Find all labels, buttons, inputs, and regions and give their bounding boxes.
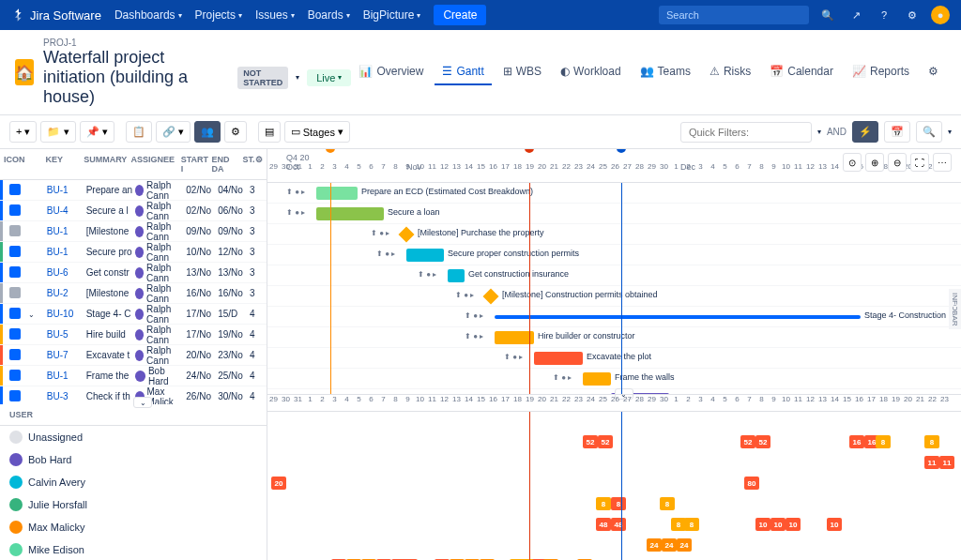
workload-cell[interactable]: 24 bbox=[662, 538, 677, 552]
view-wbs[interactable]: ⊞ WBS bbox=[496, 59, 549, 85]
product-logo[interactable]: Jira Software bbox=[11, 8, 101, 23]
global-search-input[interactable] bbox=[659, 6, 809, 24]
task-row[interactable]: BU-1 [Milestone Ralph Cann 09/No 09/No 3 bbox=[0, 221, 267, 242]
settings-icon[interactable]: ⚙ bbox=[903, 6, 922, 24]
task-row[interactable]: BU-6 Get constr Ralph Cann 13/No 13/No 3 bbox=[0, 263, 267, 283]
link-button[interactable]: 🔗 ▾ bbox=[156, 121, 191, 143]
search-small-button[interactable]: 🔍 bbox=[916, 121, 942, 143]
zoom-in-button[interactable]: ⊕ bbox=[865, 153, 884, 172]
nav-boards[interactable]: Boards ▾ bbox=[308, 8, 350, 22]
gantt-bar[interactable] bbox=[583, 372, 611, 386]
task-row[interactable]: BU-5 Hire build Ralph Cann 17/No 19/No 4 bbox=[0, 325, 267, 345]
user-row[interactable]: Mike Edison bbox=[0, 538, 267, 560]
gantt-bar[interactable] bbox=[534, 352, 583, 365]
create-button[interactable]: Create bbox=[434, 5, 486, 25]
nav-projects[interactable]: Projects ▾ bbox=[195, 8, 242, 22]
workload-cell[interactable]: 10 bbox=[755, 518, 770, 531]
layers-button[interactable]: ▤ bbox=[258, 121, 281, 143]
workload-cell[interactable]: 8 bbox=[924, 435, 939, 448]
user-row[interactable]: Julie Horsfall bbox=[0, 493, 267, 516]
task-row[interactable]: ⌄ BU-10 Stage 4- C Ralph Cann 17/No 15/D… bbox=[0, 304, 267, 325]
nav-bigpicture[interactable]: BigPicture ▾ bbox=[363, 8, 421, 22]
bar-label: Excavate the plot bbox=[587, 352, 651, 361]
nav-issues[interactable]: Issues ▾ bbox=[255, 8, 295, 22]
search-icon[interactable]: 🔍 bbox=[818, 6, 837, 24]
user-row[interactable]: Max Malicky bbox=[0, 516, 267, 538]
zoom-out-button[interactable]: ⊖ bbox=[888, 153, 907, 172]
notifications-icon[interactable]: ↗ bbox=[847, 6, 865, 24]
gantt-bar[interactable] bbox=[495, 315, 861, 319]
pin-button[interactable]: 📌 ▾ bbox=[80, 121, 114, 143]
workload-cell[interactable]: 52 bbox=[755, 435, 770, 448]
calendar-small-button[interactable]: 📅 bbox=[884, 121, 910, 143]
workload-cell[interactable]: 11 bbox=[924, 456, 939, 469]
gear-button[interactable]: ⚙ bbox=[224, 121, 247, 143]
stages-button[interactable]: ▭ Stages ▾ bbox=[284, 121, 350, 143]
view-teams[interactable]: 👥 Teams bbox=[633, 59, 698, 85]
user-row[interactable]: Unassigned bbox=[0, 426, 267, 448]
view-gantt[interactable]: ☰ Gantt bbox=[435, 59, 491, 85]
user-row[interactable]: Calvin Avery bbox=[0, 471, 267, 493]
task-row[interactable]: BU-7 Excavate t Ralph Cann 20/No 23/No 4 bbox=[0, 345, 267, 366]
workload-cell[interactable]: 52 bbox=[583, 435, 598, 448]
more-button[interactable]: ⋯ bbox=[933, 153, 952, 172]
help-icon[interactable]: ? bbox=[875, 6, 893, 24]
gantt-bar[interactable] bbox=[495, 331, 534, 344]
toolbar: + ▾ 📁 ▾ 📌 ▾ 📋 🔗 ▾ 👥 ⚙ ▤ ▭ Stages ▾ ▾ AND… bbox=[0, 115, 961, 149]
gantt-bar[interactable] bbox=[316, 187, 358, 200]
view-workload[interactable]: ◐ Workload bbox=[553, 59, 628, 85]
task-row[interactable]: BU-4 Secure a l Ralph Cann 02/No 06/No 3 bbox=[0, 201, 267, 221]
task-row[interactable]: BU-1 Frame the Bob Hard 24/No 25/No 4 bbox=[0, 366, 267, 386]
gantt-bar[interactable] bbox=[316, 207, 384, 220]
people-button[interactable]: 👥 bbox=[194, 121, 221, 143]
add-button[interactable]: + ▾ bbox=[9, 121, 37, 143]
workload-cell[interactable]: 8 bbox=[876, 435, 891, 448]
folder-button[interactable]: 📁 ▾ bbox=[40, 121, 75, 143]
workload-cell[interactable]: 52 bbox=[740, 435, 755, 448]
lightning-button[interactable]: ⚡ bbox=[852, 121, 878, 143]
more-dropdown-icon[interactable]: ▾ bbox=[948, 128, 952, 136]
task-row[interactable]: BU-1 Prepare an Ralph Cann 02/No 04/No 3 bbox=[0, 180, 267, 201]
milestone-diamond[interactable] bbox=[483, 289, 499, 305]
clipboard-button[interactable]: 📋 bbox=[126, 121, 152, 143]
filter-dropdown-icon[interactable]: ▾ bbox=[817, 128, 821, 136]
workload-cell[interactable]: 24 bbox=[677, 538, 692, 552]
workload-cell[interactable]: 10 bbox=[770, 518, 786, 531]
nav-dashboards[interactable]: Dashboards ▾ bbox=[114, 8, 182, 22]
task-row[interactable]: BU-1 Secure pro Ralph Cann 10/No 12/No 3 bbox=[0, 242, 267, 263]
workload-cell[interactable]: 52 bbox=[598, 435, 613, 448]
view-risks[interactable]: ⚠ Risks bbox=[702, 59, 758, 85]
workload-cell[interactable]: 11 bbox=[939, 456, 954, 469]
workload-cell[interactable]: 80 bbox=[744, 477, 759, 490]
workload-cell[interactable]: 48 bbox=[611, 518, 626, 531]
task-grid: ICON KEY SUMMARY ASSIGNEE START I END DA… bbox=[0, 149, 267, 560]
view-reports[interactable]: 📈 Reports bbox=[845, 59, 917, 85]
status-dropdown-icon[interactable]: ▾ bbox=[296, 73, 299, 82]
expand-button[interactable]: ⛶ bbox=[910, 153, 929, 172]
workload-cell[interactable]: 16 bbox=[849, 435, 864, 448]
home-icon[interactable]: 🏠 bbox=[15, 59, 34, 85]
workload-cell[interactable]: 8 bbox=[660, 497, 675, 510]
workload-cell[interactable]: 24 bbox=[647, 538, 662, 552]
workload-cell[interactable]: 8 bbox=[684, 518, 699, 531]
grid-collapse-handle[interactable]: ⌄ bbox=[133, 397, 152, 408]
view-overview[interactable]: 📊 Overview bbox=[351, 59, 431, 85]
zoom-fit-button[interactable]: ⊙ bbox=[843, 153, 862, 172]
workload-cell[interactable]: 48 bbox=[596, 518, 611, 531]
gantt-bar[interactable] bbox=[406, 249, 444, 262]
quick-filters-input[interactable] bbox=[680, 122, 812, 143]
user-row[interactable]: Bob Hard bbox=[0, 448, 267, 471]
workload-cell[interactable]: 20 bbox=[271, 477, 286, 490]
user-avatar[interactable]: ● bbox=[931, 6, 950, 24]
workload-cell[interactable]: 8 bbox=[596, 497, 611, 510]
milestone-diamond[interactable] bbox=[399, 227, 415, 243]
gantt-bar[interactable] bbox=[448, 269, 465, 282]
workload-cell[interactable]: 10 bbox=[786, 518, 801, 531]
workload-cell[interactable]: 10 bbox=[827, 518, 842, 531]
view-calendar[interactable]: 📅 Calendar bbox=[762, 59, 841, 85]
task-row[interactable]: BU-2 [Milestone Ralph Cann 16/No 16/No 3 bbox=[0, 283, 267, 304]
bar-label: Stage 4- Construction bbox=[864, 310, 946, 320]
live-badge[interactable]: Live ▾ bbox=[307, 69, 351, 86]
view-settings-icon[interactable]: ⚙ bbox=[921, 59, 946, 85]
workload-cell[interactable]: 8 bbox=[611, 497, 626, 510]
